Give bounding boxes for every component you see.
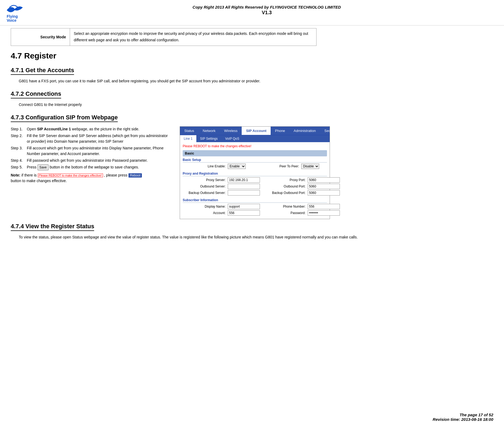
- proxy-port-label: Proxy Port:: [263, 178, 306, 182]
- note-line: Note: if there is Please REBOOT to make …: [11, 173, 172, 183]
- section-474-body: To view the status, please open Status w…: [19, 234, 493, 240]
- proxy-server-row: Proxy Server: Proxy Port:: [183, 177, 327, 184]
- backup-outbound-row: Backup Outbound Server: Backup Outbound …: [183, 190, 327, 197]
- line-enable-row: Line Enable: Enable Disable: [183, 164, 253, 169]
- phone-number-input[interactable]: [308, 204, 340, 209]
- page-header: Flying Voice Voice over IP Copy Right 20…: [0, 0, 504, 25]
- footer-line1: The page 17 of 52: [433, 413, 493, 417]
- backup-outbound-port-field: Backup Outbound Port:: [263, 190, 340, 196]
- subscriber-right-1: Phone Number:: [263, 204, 340, 210]
- outbound-left: Outbound Server:: [183, 184, 260, 190]
- outbound-server-label: Outbound Server:: [183, 185, 226, 188]
- password-label: Password:: [263, 211, 306, 215]
- webui-nav: Status Network Wireless SIP Account Phon…: [180, 127, 330, 135]
- reboot-notice-inline: Please REBOOT to make the changes effect…: [38, 174, 103, 177]
- webui-subnav-line1[interactable]: Line 1: [180, 135, 196, 142]
- proxy-port-input[interactable]: [308, 177, 340, 183]
- webui-subnav: Line 1 SIP Settings VoIP QoS: [180, 135, 330, 142]
- webui-nav-phone[interactable]: Phone: [271, 127, 289, 135]
- step-4: Step 4. Fill password which get from you…: [11, 158, 172, 163]
- copyright-text: Copy Right 2013 All Rights Reserved by F…: [35, 5, 499, 9]
- page-footer: The page 17 of 52 Revision time: 2013-08…: [433, 413, 493, 422]
- backup-outbound-server-field: Backup Outbound Server:: [183, 190, 260, 196]
- phone-number-label: Phone Number:: [263, 205, 306, 208]
- proxy-port-field: Proxy Port:: [263, 177, 340, 183]
- section-471-body: G801 have a FXS port, you can use it to …: [19, 78, 493, 84]
- svg-text:Voice over IP: Voice over IP: [7, 23, 19, 24]
- logo: Flying Voice Voice over IP: [5, 2, 35, 24]
- webui-nav-administration[interactable]: Administration: [289, 127, 320, 135]
- proxy-server-label: Proxy Server:: [183, 178, 226, 182]
- note-prefix: Note:: [11, 173, 20, 177]
- backup-right: Backup Outbound Port:: [263, 190, 340, 197]
- display-name-field: Display Name:: [183, 204, 260, 209]
- backup-outbound-port-input[interactable]: [308, 190, 340, 196]
- password-input[interactable]: [308, 210, 340, 216]
- section-473-title: 4.7.3 Configuration SIP from Webpage: [11, 114, 118, 122]
- footer-line2: Revision time: 2013-08-16 18:00: [433, 417, 493, 422]
- webui-reboot-notice: Please REBOOT to make the changes effect…: [183, 144, 327, 148]
- basic-setup-row: Line Enable: Enable Disable Peer To Peer…: [183, 164, 327, 170]
- step-3-label: Step 3.: [11, 145, 27, 157]
- save-button-inline: Save: [38, 164, 49, 170]
- peer-to-peer-select[interactable]: Disable Enable: [301, 164, 319, 169]
- peer-to-peer-row: Peer To Peer: Disable Enable: [256, 164, 327, 169]
- webui-section-bar: Basic: [183, 150, 327, 156]
- outbound-server-input[interactable]: [228, 184, 260, 189]
- outbound-port-field: Outbound Port:: [263, 184, 340, 189]
- section-472-title: 4.7.2 Connections: [11, 90, 61, 98]
- step-5: Step 5. Press Save button in the bottom …: [11, 164, 172, 170]
- header-center: Copy Right 2013 All Rights Reserved by F…: [35, 2, 499, 16]
- proxy-server-field: Proxy Server:: [183, 177, 260, 183]
- note-text3: button to make changes effective.: [11, 179, 67, 183]
- section-471-title: 4.7.1 Get the Accounts: [11, 67, 74, 75]
- webui-subnav-sip-settings[interactable]: SIP Settings: [196, 135, 222, 142]
- account-row: Account: Password:: [183, 210, 327, 217]
- step-2: Step 2. Fill the SIP Server domain and S…: [11, 133, 172, 144]
- account-input[interactable]: [228, 210, 260, 216]
- line-enable-select[interactable]: Enable Disable: [228, 164, 246, 169]
- step-3-content: Fill account which get from you administ…: [27, 145, 172, 157]
- step-3: Step 3. Fill account which get from you …: [11, 145, 172, 157]
- section-474-title: 4.7.4 View the Register Status: [11, 223, 94, 231]
- account-field: Account:: [183, 210, 260, 216]
- webui-nav-sip-account[interactable]: SIP Account: [242, 127, 271, 135]
- note-text1: if there is: [21, 173, 37, 177]
- display-name-row: Display Name: Phone Number:: [183, 204, 327, 210]
- subsection-subscriber: Subscriber Information: [183, 198, 327, 203]
- proxy-server-left: Proxy Server:: [183, 177, 260, 184]
- peer-to-peer-label: Peer To Peer:: [256, 164, 299, 168]
- version-text: V1.3: [35, 10, 499, 16]
- basic-setup-left: Line Enable: Enable Disable: [183, 164, 253, 170]
- step-4-content: Fill password which get from you adminis…: [27, 158, 172, 163]
- proxy-server-input[interactable]: [228, 177, 260, 183]
- step-1-content: Open SIP Account/Line 1 webpage, as the …: [27, 126, 172, 132]
- webui-nav-security[interactable]: Security: [320, 127, 341, 135]
- svg-text:Flying: Flying: [7, 14, 18, 19]
- backup-outbound-server-input[interactable]: [228, 190, 260, 196]
- display-name-label: Display Name:: [183, 205, 226, 208]
- webui-nav-status[interactable]: Status: [180, 127, 198, 135]
- section-473-left: Step 1. Open SIP Account/Line 1 webpage,…: [11, 126, 172, 219]
- outbound-server-field: Outbound Server:: [183, 184, 260, 189]
- reboot-button-inline: Reboot: [128, 173, 142, 178]
- note-text2: , please press: [104, 173, 127, 177]
- step-5-content: Press Save button in the bottom of the w…: [27, 164, 172, 170]
- step-2-content: Fill the SIP Server domain and SIP Serve…: [27, 133, 172, 144]
- outbound-port-input[interactable]: [308, 184, 340, 189]
- webui-body: Please REBOOT to make the changes effect…: [180, 142, 330, 219]
- webui-screenshot: Status Network Wireless SIP Account Phon…: [180, 126, 330, 219]
- step-2-label: Step 2.: [11, 133, 27, 144]
- display-name-input[interactable]: [228, 204, 260, 209]
- subscriber-right-2: Password:: [263, 210, 340, 217]
- subsection-basic-setup: Basic Setup: [183, 158, 327, 163]
- webui-nav-wireless[interactable]: Wireless: [220, 127, 242, 135]
- step-4-label: Step 4.: [11, 158, 27, 163]
- section-473-layout: Step 1. Open SIP Account/Line 1 webpage,…: [11, 126, 493, 219]
- security-mode-desc: Select an appropriate encryption mode to…: [70, 28, 317, 46]
- outbound-server-row: Outbound Server: Outbound Port:: [183, 184, 327, 190]
- webui-nav-network[interactable]: Network: [198, 127, 220, 135]
- main-content: Security Mode Select an appropriate encr…: [0, 25, 504, 254]
- step-1: Step 1. Open SIP Account/Line 1 webpage,…: [11, 126, 172, 132]
- webui-subnav-voip-qos[interactable]: VoIP QoS: [222, 135, 243, 142]
